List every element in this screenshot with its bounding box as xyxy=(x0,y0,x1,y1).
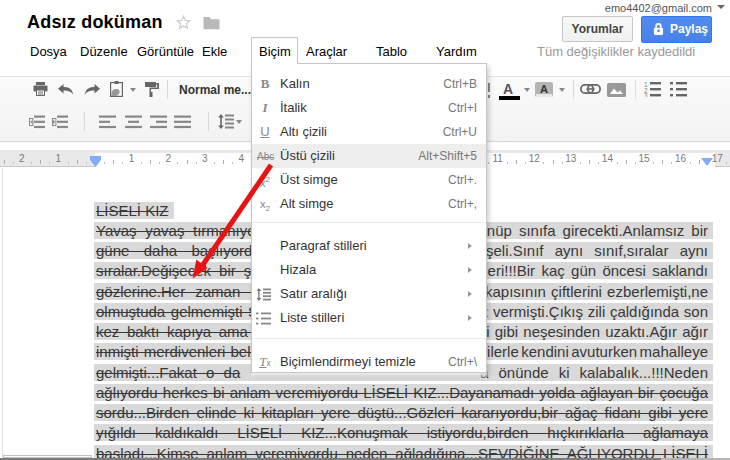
svg-text:3: 3 xyxy=(644,92,648,98)
